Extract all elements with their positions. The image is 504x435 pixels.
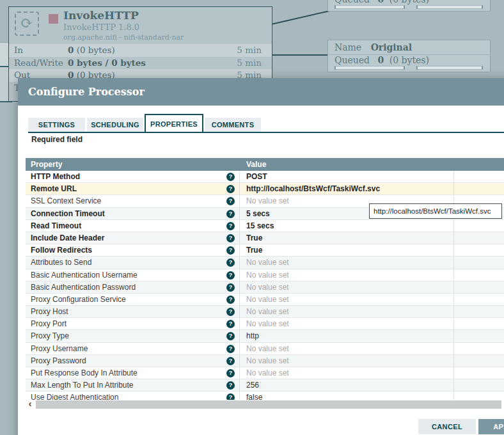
property-extra-cell <box>454 232 504 244</box>
queued-size: (0 bytes) <box>390 55 429 65</box>
tab-properties[interactable]: PROPERTIES <box>145 114 203 132</box>
property-extra-cell <box>454 367 504 379</box>
help-icon[interactable]: ? <box>226 283 235 292</box>
help-icon[interactable]: ? <box>226 246 235 255</box>
property-name-cell: Basic Authentication Username ? <box>26 269 240 281</box>
help-icon[interactable]: ? <box>226 258 235 267</box>
property-row[interactable]: Proxy Password ? No value set <box>26 355 504 367</box>
property-row[interactable]: Attributes to Send ? No value set <box>26 257 504 269</box>
property-extra-cell <box>454 294 504 305</box>
property-name-cell: SSL Context Service ? <box>26 195 240 207</box>
properties-table: Property Value HTTP Method ? POST Remote… <box>26 158 504 400</box>
property-row[interactable]: Max Length To Put In Attribute ? 256 <box>26 379 504 391</box>
property-row[interactable]: Proxy Configuration Service ? No value s… <box>26 294 504 306</box>
property-name-cell: Put Response Body In Attribute ? <box>26 367 240 379</box>
property-row[interactable]: Remote URL ? http://localhost/BtsWcf/Tas… <box>26 183 504 195</box>
property-row[interactable]: Follow Redirects ? True <box>26 244 504 257</box>
help-icon[interactable]: ? <box>226 222 235 230</box>
connection-queued-row: Queued 0 (0 bytes) <box>328 0 490 11</box>
property-value: POST <box>246 172 267 181</box>
cancel-button[interactable]: CANCEL <box>418 419 476 434</box>
queue-progress-bar <box>335 66 405 70</box>
property-extra-cell <box>454 183 504 194</box>
property-row[interactable]: Include Date Header ? True <box>26 232 504 244</box>
property-value-cell: No value set <box>240 367 454 379</box>
property-row[interactable]: Proxy Host ? No value set <box>26 306 504 318</box>
property-value-cell: No value set <box>240 269 454 281</box>
column-header-value: Value <box>240 158 266 171</box>
property-value-cell: http <box>240 330 454 342</box>
connection-label-original[interactable]: Name Original Queued 0 (0 bytes) <box>327 40 491 72</box>
help-icon[interactable]: ? <box>226 234 235 242</box>
help-icon[interactable]: ? <box>226 393 235 400</box>
property-name-cell: Proxy Password ? <box>26 355 240 367</box>
property-value-cell: 15 secs <box>240 220 454 232</box>
property-name-cell: Max Length To Put In Attribute ? <box>26 379 240 391</box>
help-icon[interactable]: ? <box>226 185 235 193</box>
property-extra-cell <box>454 343 504 354</box>
property-name: Use Digest Authentication <box>31 393 118 400</box>
property-extra-cell <box>454 269 504 281</box>
property-row[interactable]: Basic Authentication Password ? No value… <box>26 281 504 294</box>
property-name: Proxy Password <box>31 356 86 365</box>
property-value: True <box>246 233 262 242</box>
property-row[interactable]: Proxy Port ? No value set <box>26 318 504 330</box>
help-icon[interactable]: ? <box>226 173 235 181</box>
name-label: Name <box>335 42 361 52</box>
property-row[interactable]: Proxy Username ? No value set <box>26 343 504 355</box>
horizontal-scrollbar: ‹ › <box>26 400 504 409</box>
property-extra-cell <box>454 330 504 342</box>
property-value-cell: No value set <box>240 281 454 293</box>
apply-button[interactable]: APPLY <box>478 419 504 434</box>
queue-progress-bars <box>335 66 490 70</box>
help-icon[interactable]: ? <box>226 345 235 353</box>
processor-type-version: InvokeHTTP 1.8.0 <box>63 22 139 32</box>
connection-queued-row: Queued 0 (0 bytes) <box>328 54 490 72</box>
help-icon[interactable]: ? <box>226 197 235 205</box>
property-extra-cell <box>454 171 504 182</box>
property-value: 5 secs <box>246 209 270 218</box>
property-name-cell: Use Digest Authentication ? <box>26 391 240 400</box>
property-name-cell: Proxy Host ? <box>26 306 240 317</box>
help-icon[interactable]: ? <box>226 308 235 316</box>
configure-processor-dialog: Configure Processor SETTINGS SCHEDULING … <box>18 78 504 435</box>
connection-queue-label-top[interactable]: Queued 0 (0 bytes) <box>327 0 491 12</box>
queued-size: (0 bytes) <box>390 0 429 4</box>
scroll-left-arrow-icon[interactable]: ‹ <box>26 400 35 409</box>
property-name: SSL Context Service <box>31 196 101 205</box>
property-value: No value set <box>246 196 289 205</box>
property-name: Proxy Username <box>31 344 88 353</box>
stat-label: In <box>14 44 68 57</box>
property-value: No value set <box>246 283 289 292</box>
help-icon[interactable]: ? <box>226 332 235 340</box>
help-icon[interactable]: ? <box>226 357 235 365</box>
queued-label: Queued <box>335 0 370 4</box>
property-name: Basic Authentication Password <box>31 283 136 292</box>
help-icon[interactable]: ? <box>226 296 235 304</box>
processor-type-color-swatch <box>49 14 58 24</box>
property-row[interactable]: HTTP Method ? POST <box>26 171 504 183</box>
help-icon[interactable]: ? <box>226 381 235 390</box>
help-icon[interactable]: ? <box>226 369 235 377</box>
property-name-cell: Proxy Type ? <box>26 330 240 342</box>
tab-comments[interactable]: COMMENTS <box>205 118 261 132</box>
property-extra-cell <box>454 379 504 391</box>
property-row[interactable]: Proxy Type ? http <box>26 330 504 342</box>
property-row[interactable]: Read Timeout ? 15 secs <box>26 220 504 232</box>
help-icon[interactable]: ? <box>226 320 235 328</box>
stat-label: Read/Write <box>14 57 68 70</box>
processor-stamp-icon: ⟳ <box>15 12 39 36</box>
scrollbar-track[interactable] <box>36 400 501 409</box>
property-extra-cell <box>454 306 504 317</box>
help-icon[interactable]: ? <box>226 210 235 218</box>
stat-window: 5 min <box>235 44 262 57</box>
property-row[interactable]: Put Response Body In Attribute ? No valu… <box>26 367 504 379</box>
property-name-cell: Attributes to Send ? <box>26 257 240 268</box>
property-row[interactable]: Basic Authentication Username ? No value… <box>26 269 504 281</box>
tabstrip-underline <box>28 132 504 133</box>
tab-settings[interactable]: SETTINGS <box>28 118 85 132</box>
tab-scheduling[interactable]: SCHEDULING <box>87 118 143 132</box>
property-name: Include Date Header <box>31 233 104 242</box>
help-icon[interactable]: ? <box>226 271 235 280</box>
property-row[interactable]: Use Digest Authentication ? false <box>26 391 504 400</box>
